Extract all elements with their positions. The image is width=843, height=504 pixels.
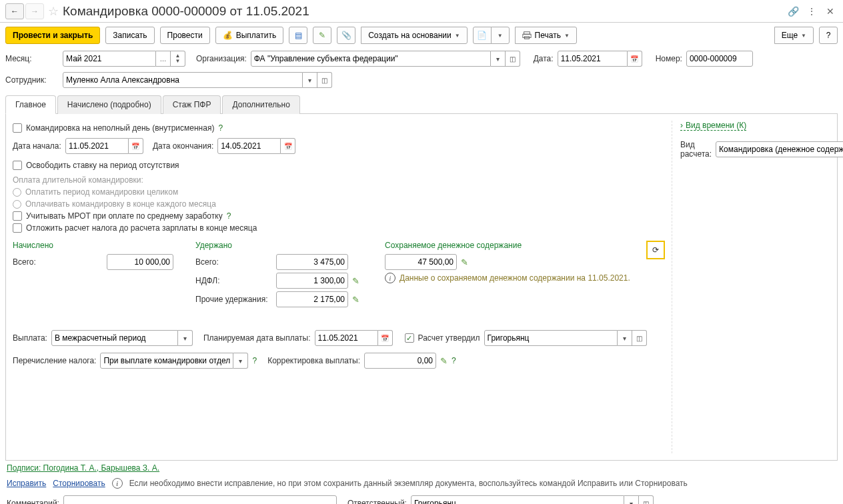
signatures-link[interactable]: Подписи: Погодина Т. А., Барышева З. А. bbox=[7, 463, 159, 473]
org-dropdown[interactable]: ▾ bbox=[491, 51, 506, 67]
tab-accrued[interactable]: Начислено (подробно) bbox=[57, 95, 161, 114]
mrot-checkbox[interactable] bbox=[13, 211, 22, 221]
payment-input[interactable] bbox=[51, 330, 178, 346]
post-button[interactable]: Провести bbox=[160, 27, 210, 44]
approver-dropdown[interactable]: ▾ bbox=[618, 330, 632, 346]
partial-day-checkbox[interactable] bbox=[13, 123, 22, 133]
attach-icon-button[interactable]: 📎 bbox=[337, 27, 355, 44]
tab-main[interactable]: Главное bbox=[5, 95, 56, 114]
help-icon[interactable]: ? bbox=[227, 211, 231, 221]
month-label: Месяц: bbox=[5, 54, 59, 63]
start-date-input[interactable] bbox=[65, 138, 129, 154]
kebab-icon[interactable]: ⋮ bbox=[804, 4, 819, 19]
calc-type-input[interactable] bbox=[716, 141, 843, 157]
copy-doc-dropdown[interactable]: ▼ bbox=[491, 27, 510, 44]
other-input[interactable] bbox=[276, 291, 348, 307]
accrued-total-label: Всего: bbox=[13, 257, 43, 267]
tax-transfer-input[interactable] bbox=[100, 353, 233, 369]
date-input[interactable] bbox=[558, 51, 628, 67]
help-button[interactable]: ? bbox=[819, 27, 838, 44]
calendar-icon[interactable]: 📅 bbox=[378, 330, 393, 346]
more-button[interactable]: Еще ▼ bbox=[774, 27, 814, 44]
help-icon[interactable]: ? bbox=[252, 356, 257, 365]
chevron-down-icon: ▼ bbox=[564, 33, 570, 39]
fix-link[interactable]: Исправить bbox=[7, 479, 46, 488]
chevron-down-icon: ▼ bbox=[455, 33, 460, 39]
month-picker-button[interactable]: … bbox=[156, 51, 171, 67]
payment-dropdown[interactable]: ▾ bbox=[178, 330, 193, 346]
plan-date-input[interactable] bbox=[315, 330, 378, 346]
kept-heading: Сохраняемое денежное содержание bbox=[385, 241, 665, 250]
resp-label: Ответственный: bbox=[347, 499, 407, 504]
approver-input[interactable] bbox=[484, 330, 618, 346]
list-icon: ▤ bbox=[295, 31, 302, 40]
org-input[interactable] bbox=[251, 51, 491, 67]
tab-pfr[interactable]: Стаж ПФР bbox=[163, 95, 221, 114]
plan-date-label: Планируемая дата выплаты: bbox=[203, 333, 311, 343]
date-calendar-icon[interactable]: 📅 bbox=[628, 51, 642, 67]
correction-input[interactable] bbox=[364, 353, 436, 369]
nav-back[interactable]: ← bbox=[5, 3, 24, 19]
fix-hint: Если необходимо внести исправление, но п… bbox=[129, 479, 688, 488]
start-date-label: Дата начала: bbox=[13, 141, 61, 151]
chevron-down-icon: ▼ bbox=[801, 33, 806, 39]
link-icon[interactable]: 🔗 bbox=[786, 4, 800, 19]
pay-monthly-radio bbox=[13, 200, 21, 209]
create-based-button[interactable]: Создать на основании ▼ bbox=[361, 27, 467, 44]
release-rate-checkbox[interactable] bbox=[13, 161, 22, 170]
pencil-icon-button[interactable]: ✎ bbox=[313, 27, 331, 44]
edit-other-icon[interactable]: ✎ bbox=[352, 295, 359, 305]
svg-rect-1 bbox=[522, 34, 530, 37]
close-icon[interactable]: ✕ bbox=[823, 4, 838, 19]
kept-amount-input[interactable] bbox=[385, 254, 457, 270]
accrued-total-input[interactable] bbox=[107, 254, 173, 270]
number-input[interactable] bbox=[686, 51, 753, 67]
employee-dropdown[interactable]: ▾ bbox=[303, 72, 317, 88]
favorite-star-icon[interactable]: ☆ bbox=[48, 4, 59, 19]
resp-dropdown[interactable]: ▾ bbox=[624, 495, 639, 504]
withheld-total-input[interactable] bbox=[276, 254, 348, 270]
storno-link[interactable]: Сторнировать bbox=[53, 479, 105, 488]
defer-tax-label: Отложить расчет налога до расчета зарпла… bbox=[26, 223, 257, 233]
pay-button[interactable]: 💰Выплатить bbox=[215, 27, 284, 44]
print-button[interactable]: Печать ▼ bbox=[515, 27, 577, 44]
employee-open[interactable]: ◫ bbox=[317, 72, 332, 88]
edit-correction-icon[interactable]: ✎ bbox=[440, 356, 448, 366]
end-date-input[interactable] bbox=[217, 138, 281, 154]
tax-transfer-dropdown[interactable]: ▾ bbox=[233, 353, 248, 369]
save-button[interactable]: Записать bbox=[105, 27, 154, 44]
comment-input[interactable] bbox=[63, 495, 337, 504]
correction-label: Корректировка выплаты: bbox=[267, 356, 360, 365]
nav-forward[interactable]: → bbox=[25, 3, 44, 19]
list-icon-button[interactable]: ▤ bbox=[289, 27, 307, 44]
post-and-close-button[interactable]: Провести и закрыть bbox=[5, 27, 100, 44]
copy-doc-button[interactable]: 📄 bbox=[473, 27, 492, 44]
pay-full-label: Оплатить период командировки целиком bbox=[25, 187, 178, 197]
calendar-icon[interactable]: 📅 bbox=[129, 138, 143, 154]
comment-label: Комментарий: bbox=[7, 499, 59, 504]
org-open[interactable]: ◫ bbox=[506, 51, 520, 67]
ndfl-input[interactable] bbox=[276, 273, 348, 289]
ndfl-label: НДФЛ: bbox=[195, 276, 272, 285]
end-date-label: Дата окончания: bbox=[153, 141, 213, 151]
edit-ndfl-icon[interactable]: ✎ bbox=[352, 276, 359, 286]
defer-tax-checkbox[interactable] bbox=[13, 223, 22, 233]
month-input[interactable] bbox=[63, 51, 156, 67]
other-label: Прочие удержания: bbox=[195, 295, 272, 304]
approved-checkbox[interactable] bbox=[405, 333, 414, 343]
pay-monthly-label: Оплачивать командировку в конце каждого … bbox=[25, 199, 216, 209]
help-icon[interactable]: ? bbox=[218, 123, 223, 133]
tab-extra[interactable]: Дополнительно bbox=[222, 95, 299, 114]
refresh-button[interactable]: ⟳ bbox=[646, 241, 665, 259]
approved-label: Расчет утвердил bbox=[418, 333, 480, 343]
employee-input[interactable] bbox=[63, 72, 303, 88]
help-icon[interactable]: ? bbox=[452, 356, 456, 365]
calendar-icon[interactable]: 📅 bbox=[281, 138, 295, 154]
month-spinner[interactable]: ▲▼ bbox=[171, 51, 185, 67]
time-type-toggle[interactable]: › Вид времени (К) bbox=[680, 121, 746, 131]
resp-open[interactable]: ◫ bbox=[639, 495, 654, 504]
edit-kept-icon[interactable]: ✎ bbox=[461, 257, 468, 267]
chevron-down-icon: ▼ bbox=[498, 33, 503, 39]
resp-input[interactable] bbox=[411, 495, 624, 504]
approver-open[interactable]: ◫ bbox=[632, 330, 647, 346]
